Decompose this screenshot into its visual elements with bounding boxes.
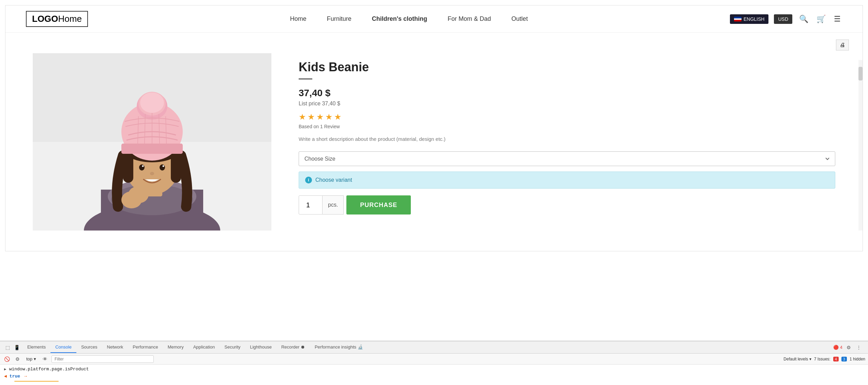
top-dropdown[interactable]: top ▾ — [24, 355, 39, 362]
tab-security[interactable]: Security — [220, 342, 245, 353]
tab-lighthouse[interactable]: Lighthouse — [245, 342, 276, 353]
menu-icon: ☰ — [834, 15, 841, 23]
tab-application[interactable]: Application — [189, 342, 220, 353]
devtools-console-content: ▶ window.platform.page.isProduct ◀ true … — [0, 365, 868, 385]
filter-toggle-button[interactable]: ⚙ — [14, 356, 21, 362]
devtools-device-button[interactable]: 📱 — [13, 344, 21, 351]
variant-notice-text: Choose variant — [315, 177, 352, 183]
devtools-panel: ⬚ 📱 Elements Console Sources Network Per… — [0, 341, 868, 385]
orange-arrow-icon: → — [24, 373, 27, 380]
tab-performance-insights[interactable]: Performance insights 🔬 — [310, 342, 368, 353]
flag-icon — [734, 17, 742, 21]
top-label: top — [26, 356, 32, 361]
product-stars: ★ ★ ★ ★ ★ — [299, 112, 835, 122]
nav-item-furniture[interactable]: Furniture — [327, 15, 351, 23]
console-result-true: true — [10, 373, 20, 380]
nav-menu: Home Furniture Children's clothing For M… — [290, 15, 528, 23]
nav-item-outlet[interactable]: Outlet — [511, 15, 528, 23]
product-details: Kids Beanie 37,40 $ List price 37,40 $ ★… — [299, 53, 835, 231]
issues-label: 7 Issues: — [814, 357, 830, 361]
variant-notice: i Choose variant — [299, 172, 835, 189]
language-selector[interactable]: ENGLISH — [730, 14, 768, 24]
tab-elements[interactable]: Elements — [23, 342, 50, 353]
console-code-1: window.platform.page.isProduct — [9, 366, 89, 373]
svg-point-14 — [163, 165, 164, 167]
svg-point-17 — [128, 186, 149, 203]
product-image-area — [33, 53, 271, 231]
navbar: LOGO Home Home Furniture Children's clot… — [5, 5, 863, 33]
console-line-1: ▶ window.platform.page.isProduct — [4, 366, 864, 373]
logo-bold: LOGO — [32, 14, 58, 24]
logo[interactable]: LOGO Home — [26, 11, 88, 27]
console-line-2: ◀ true → — [4, 373, 864, 380]
tab-recorder[interactable]: Recorder ⏺ — [276, 342, 310, 353]
product-page: 🖨 — [5, 33, 863, 251]
purchase-row: pcs. PURCHASE — [299, 195, 835, 214]
devtools-more-button[interactable]: ⋮ — [855, 344, 863, 351]
tab-network[interactable]: Network — [102, 342, 128, 353]
star-5: ★ — [334, 112, 342, 122]
tab-memory[interactable]: Memory — [163, 342, 189, 353]
product-price: 37,40 $ — [299, 88, 835, 99]
devtools-tab-bar: ⬚ 📱 Elements Console Sources Network Per… — [0, 341, 868, 354]
cart-button[interactable]: 🛒 — [815, 13, 827, 25]
pcs-label: pcs. — [323, 195, 344, 214]
devtools-left-icons: ⬚ 📱 — [3, 344, 23, 351]
star-1: ★ — [299, 112, 306, 122]
menu-button[interactable]: ☰ — [833, 13, 842, 25]
product-description: Write a short description about the prod… — [299, 136, 835, 142]
size-select[interactable]: Choose Size XS S M L XL — [299, 151, 835, 166]
badge-blue: 3 — [841, 357, 847, 361]
currency-label: USD — [778, 16, 788, 22]
info-icon: i — [305, 177, 312, 183]
devtools-inspect-button[interactable]: ⬚ — [4, 344, 11, 351]
svg-point-13 — [142, 165, 144, 167]
svg-point-15 — [150, 172, 154, 175]
svg-rect-19 — [121, 144, 183, 154]
scrollbar-thumb[interactable] — [858, 67, 863, 80]
devtools-right-toolbar: Default levels ▾ 7 Issues: 4 3 1 hidden — [783, 357, 865, 361]
logo-light: Home — [58, 14, 82, 24]
tab-console[interactable]: Console — [50, 342, 76, 353]
error-badge: 🔴 4 — [833, 345, 842, 350]
clear-console-button[interactable]: 🚫 — [3, 356, 11, 362]
nav-item-for-mom-dad[interactable]: For Mom & Dad — [448, 15, 491, 23]
scrollbar[interactable] — [858, 60, 863, 231]
svg-point-11 — [139, 164, 145, 171]
search-icon: 🔍 — [799, 15, 808, 23]
nav-item-childrens-clothing[interactable]: Children's clothing — [372, 15, 427, 23]
product-divider — [299, 78, 312, 79]
currency-selector[interactable]: USD — [774, 14, 792, 24]
eye-button[interactable]: 👁 — [41, 356, 49, 362]
star-3: ★ — [316, 112, 324, 122]
hidden-label: 1 hidden — [850, 357, 865, 361]
devtools-settings-button[interactable]: ⚙ — [845, 344, 852, 351]
lang-label: ENGLISH — [744, 16, 764, 22]
product-list-price: List price 37,40 $ — [299, 101, 835, 107]
top-dropdown-arrow: ▾ — [34, 356, 36, 361]
filter-input[interactable] — [51, 355, 154, 363]
print-icon: 🖨 — [840, 42, 845, 48]
svg-point-22 — [140, 92, 164, 113]
tab-sources[interactable]: Sources — [76, 342, 102, 353]
console-arrow-right: ▶ — [4, 367, 6, 373]
nav-item-home[interactable]: Home — [290, 15, 306, 23]
star-4: ★ — [325, 112, 333, 122]
default-levels-label[interactable]: Default levels ▾ — [783, 357, 811, 361]
print-button[interactable]: 🖨 — [836, 40, 849, 50]
purchase-button[interactable]: PURCHASE — [346, 195, 411, 214]
product-title: Kids Beanie — [299, 60, 835, 74]
cart-icon: 🛒 — [817, 15, 826, 23]
devtools-toolbar: 🚫 ⚙ top ▾ 👁 Default levels ▾ 7 Issues: 4… — [0, 354, 868, 365]
badge-red: 4 — [833, 357, 839, 361]
orange-underline — [14, 381, 59, 382]
quantity-input[interactable] — [299, 195, 323, 214]
search-button[interactable]: 🔍 — [798, 13, 810, 25]
svg-point-12 — [160, 164, 165, 171]
star-2: ★ — [308, 112, 315, 122]
website-wrapper: LOGO Home Home Furniture Children's clot… — [5, 5, 863, 251]
console-arrow-left: ◀ — [4, 373, 7, 380]
tab-performance[interactable]: Performance — [128, 342, 163, 353]
review-count: Based on 1 Review — [299, 124, 835, 129]
product-image — [33, 53, 271, 231]
